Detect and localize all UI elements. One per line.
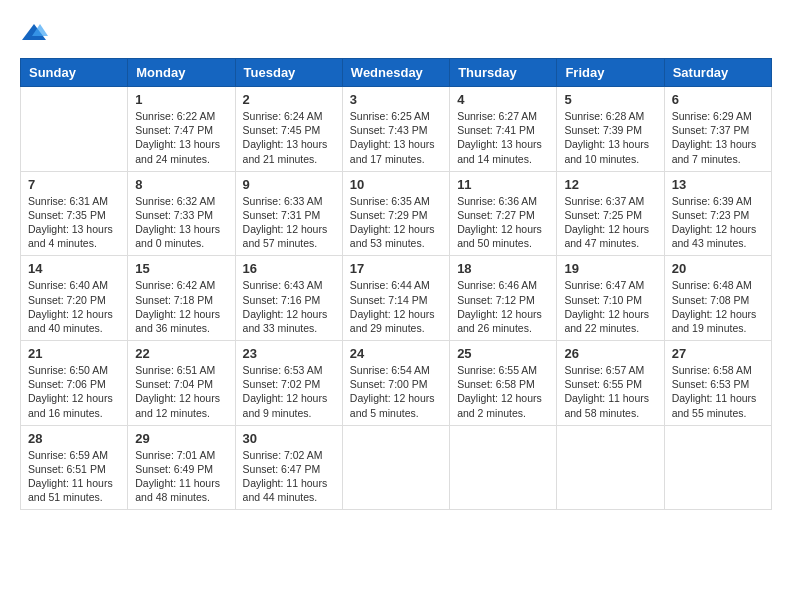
calendar-cell: 23Sunrise: 6:53 AMSunset: 7:02 PMDayligh… [235,341,342,426]
day-info: Sunrise: 6:40 AMSunset: 7:20 PMDaylight:… [28,278,120,335]
day-number: 8 [135,177,227,192]
calendar-cell: 19Sunrise: 6:47 AMSunset: 7:10 PMDayligh… [557,256,664,341]
day-info: Sunrise: 6:29 AMSunset: 7:37 PMDaylight:… [672,109,764,166]
calendar-cell: 18Sunrise: 6:46 AMSunset: 7:12 PMDayligh… [450,256,557,341]
calendar-cell: 26Sunrise: 6:57 AMSunset: 6:55 PMDayligh… [557,341,664,426]
calendar-cell: 28Sunrise: 6:59 AMSunset: 6:51 PMDayligh… [21,425,128,510]
day-info: Sunrise: 6:51 AMSunset: 7:04 PMDaylight:… [135,363,227,420]
day-info: Sunrise: 6:47 AMSunset: 7:10 PMDaylight:… [564,278,656,335]
day-number: 22 [135,346,227,361]
calendar-cell: 30Sunrise: 7:02 AMSunset: 6:47 PMDayligh… [235,425,342,510]
day-number: 28 [28,431,120,446]
calendar-cell: 14Sunrise: 6:40 AMSunset: 7:20 PMDayligh… [21,256,128,341]
weekday-header-row: SundayMondayTuesdayWednesdayThursdayFrid… [21,59,772,87]
day-info: Sunrise: 7:01 AMSunset: 6:49 PMDaylight:… [135,448,227,505]
day-number: 15 [135,261,227,276]
calendar-cell: 15Sunrise: 6:42 AMSunset: 7:18 PMDayligh… [128,256,235,341]
calendar-cell [664,425,771,510]
day-info: Sunrise: 6:42 AMSunset: 7:18 PMDaylight:… [135,278,227,335]
calendar-cell: 1Sunrise: 6:22 AMSunset: 7:47 PMDaylight… [128,87,235,172]
day-number: 10 [350,177,442,192]
day-info: Sunrise: 6:36 AMSunset: 7:27 PMDaylight:… [457,194,549,251]
weekday-header-wednesday: Wednesday [342,59,449,87]
day-number: 3 [350,92,442,107]
calendar-cell: 6Sunrise: 6:29 AMSunset: 7:37 PMDaylight… [664,87,771,172]
calendar-cell: 11Sunrise: 6:36 AMSunset: 7:27 PMDayligh… [450,171,557,256]
calendar-week-row: 7Sunrise: 6:31 AMSunset: 7:35 PMDaylight… [21,171,772,256]
day-info: Sunrise: 6:35 AMSunset: 7:29 PMDaylight:… [350,194,442,251]
calendar-cell: 29Sunrise: 7:01 AMSunset: 6:49 PMDayligh… [128,425,235,510]
calendar-week-row: 28Sunrise: 6:59 AMSunset: 6:51 PMDayligh… [21,425,772,510]
calendar-table: SundayMondayTuesdayWednesdayThursdayFrid… [20,58,772,510]
day-info: Sunrise: 6:39 AMSunset: 7:23 PMDaylight:… [672,194,764,251]
day-number: 18 [457,261,549,276]
day-info: Sunrise: 6:33 AMSunset: 7:31 PMDaylight:… [243,194,335,251]
day-number: 29 [135,431,227,446]
day-info: Sunrise: 6:54 AMSunset: 7:00 PMDaylight:… [350,363,442,420]
calendar-cell: 21Sunrise: 6:50 AMSunset: 7:06 PMDayligh… [21,341,128,426]
day-info: Sunrise: 6:22 AMSunset: 7:47 PMDaylight:… [135,109,227,166]
calendar-cell [557,425,664,510]
day-info: Sunrise: 6:28 AMSunset: 7:39 PMDaylight:… [564,109,656,166]
day-number: 27 [672,346,764,361]
day-number: 16 [243,261,335,276]
day-number: 19 [564,261,656,276]
weekday-header-monday: Monday [128,59,235,87]
calendar-cell: 9Sunrise: 6:33 AMSunset: 7:31 PMDaylight… [235,171,342,256]
calendar-cell: 12Sunrise: 6:37 AMSunset: 7:25 PMDayligh… [557,171,664,256]
day-number: 25 [457,346,549,361]
day-number: 6 [672,92,764,107]
day-info: Sunrise: 6:58 AMSunset: 6:53 PMDaylight:… [672,363,764,420]
calendar-cell: 2Sunrise: 6:24 AMSunset: 7:45 PMDaylight… [235,87,342,172]
day-number: 21 [28,346,120,361]
weekday-header-thursday: Thursday [450,59,557,87]
day-info: Sunrise: 6:55 AMSunset: 6:58 PMDaylight:… [457,363,549,420]
calendar-cell: 16Sunrise: 6:43 AMSunset: 7:16 PMDayligh… [235,256,342,341]
weekday-header-tuesday: Tuesday [235,59,342,87]
weekday-header-saturday: Saturday [664,59,771,87]
day-info: Sunrise: 6:59 AMSunset: 6:51 PMDaylight:… [28,448,120,505]
day-number: 20 [672,261,764,276]
day-info: Sunrise: 6:50 AMSunset: 7:06 PMDaylight:… [28,363,120,420]
day-info: Sunrise: 6:32 AMSunset: 7:33 PMDaylight:… [135,194,227,251]
calendar-cell: 25Sunrise: 6:55 AMSunset: 6:58 PMDayligh… [450,341,557,426]
calendar-cell: 17Sunrise: 6:44 AMSunset: 7:14 PMDayligh… [342,256,449,341]
day-number: 2 [243,92,335,107]
calendar-cell [450,425,557,510]
day-info: Sunrise: 6:31 AMSunset: 7:35 PMDaylight:… [28,194,120,251]
calendar-cell: 24Sunrise: 6:54 AMSunset: 7:00 PMDayligh… [342,341,449,426]
day-info: Sunrise: 6:25 AMSunset: 7:43 PMDaylight:… [350,109,442,166]
calendar-cell: 13Sunrise: 6:39 AMSunset: 7:23 PMDayligh… [664,171,771,256]
day-number: 13 [672,177,764,192]
day-number: 5 [564,92,656,107]
day-number: 7 [28,177,120,192]
day-info: Sunrise: 6:43 AMSunset: 7:16 PMDaylight:… [243,278,335,335]
day-info: Sunrise: 6:27 AMSunset: 7:41 PMDaylight:… [457,109,549,166]
day-number: 24 [350,346,442,361]
calendar-cell: 7Sunrise: 6:31 AMSunset: 7:35 PMDaylight… [21,171,128,256]
day-number: 17 [350,261,442,276]
day-number: 12 [564,177,656,192]
calendar-cell: 8Sunrise: 6:32 AMSunset: 7:33 PMDaylight… [128,171,235,256]
day-number: 1 [135,92,227,107]
day-info: Sunrise: 6:37 AMSunset: 7:25 PMDaylight:… [564,194,656,251]
calendar-cell: 22Sunrise: 6:51 AMSunset: 7:04 PMDayligh… [128,341,235,426]
calendar-week-row: 1Sunrise: 6:22 AMSunset: 7:47 PMDaylight… [21,87,772,172]
day-number: 9 [243,177,335,192]
day-info: Sunrise: 6:46 AMSunset: 7:12 PMDaylight:… [457,278,549,335]
logo [20,20,52,48]
calendar-cell [342,425,449,510]
day-info: Sunrise: 6:57 AMSunset: 6:55 PMDaylight:… [564,363,656,420]
calendar-week-row: 14Sunrise: 6:40 AMSunset: 7:20 PMDayligh… [21,256,772,341]
day-info: Sunrise: 6:48 AMSunset: 7:08 PMDaylight:… [672,278,764,335]
calendar-cell [21,87,128,172]
calendar-cell: 10Sunrise: 6:35 AMSunset: 7:29 PMDayligh… [342,171,449,256]
day-number: 14 [28,261,120,276]
day-info: Sunrise: 6:44 AMSunset: 7:14 PMDaylight:… [350,278,442,335]
logo-icon [20,20,48,48]
day-number: 23 [243,346,335,361]
day-number: 26 [564,346,656,361]
day-number: 4 [457,92,549,107]
calendar-cell: 3Sunrise: 6:25 AMSunset: 7:43 PMDaylight… [342,87,449,172]
day-info: Sunrise: 6:53 AMSunset: 7:02 PMDaylight:… [243,363,335,420]
